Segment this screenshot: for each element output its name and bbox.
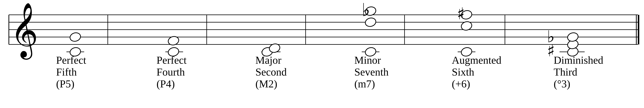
label-p4-line2: Fourth (156, 66, 185, 78)
label-m2-line3: (M2) (256, 78, 277, 90)
label-aug6-line3: (+6) (452, 78, 470, 90)
label-m2-line2: Second (256, 66, 287, 78)
label-p5-line3: (P5) (56, 78, 74, 90)
music-notation-display: 𝄞 (0, 0, 644, 108)
label-m2-line1: Major (256, 54, 282, 66)
label-aug6-line1: Augmented (452, 54, 502, 66)
label-p5-line2: Fifth (56, 66, 77, 78)
svg-text:♭: ♭ (547, 28, 555, 46)
svg-point-15 (69, 32, 82, 43)
label-m7-line1: Minor (354, 54, 381, 66)
label-dim3-line1: Diminished (554, 54, 603, 66)
treble-clef: 𝄞 (10, 3, 38, 60)
label-p4-line1: Perfect (156, 54, 186, 66)
svg-point-35 (567, 32, 579, 43)
label-dim3-line2: Third (554, 66, 577, 78)
label-dim3-line3: (°3) (554, 78, 570, 90)
label-p4-line3: (P4) (156, 78, 175, 90)
label-p5-line1: Perfect (56, 54, 86, 66)
label-aug6-line2: Sixth (452, 66, 474, 78)
label-m7-line2: Seventh (354, 66, 388, 78)
svg-text:♭: ♭ (362, 0, 370, 20)
label-m7-line3: (m7) (354, 78, 375, 90)
svg-text:♯: ♯ (457, 5, 465, 23)
